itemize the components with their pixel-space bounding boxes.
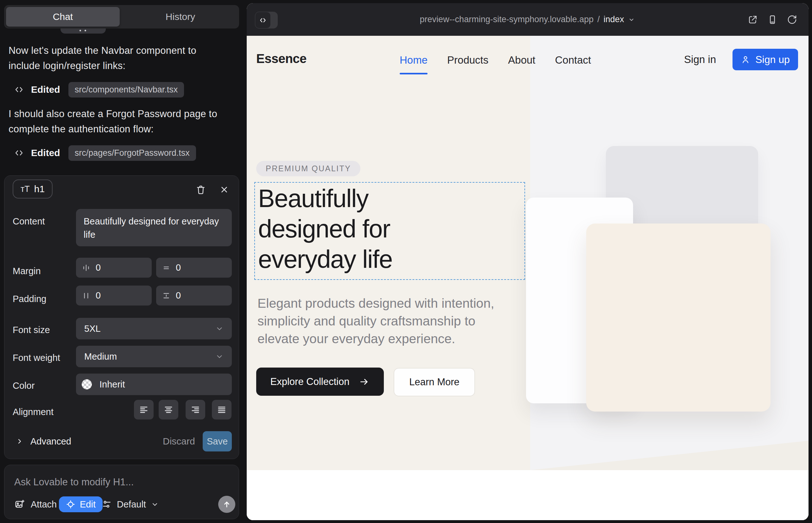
url-domain: preview--charming-site-symphony.lovable.…	[420, 15, 594, 24]
font-size-select[interactable]: 5XL	[76, 318, 232, 339]
nav-link-products[interactable]: Products	[447, 54, 488, 66]
arrow-up-icon	[222, 500, 231, 509]
ellipsis-icon	[80, 30, 81, 31]
nav-link-contact[interactable]: Contact	[555, 54, 591, 66]
padding-x-input[interactable]: 0	[76, 286, 152, 306]
composer-placeholder[interactable]: Ask Lovable to modify H1...	[14, 476, 134, 488]
color-label: Color	[13, 381, 35, 391]
close-editor-button[interactable]	[217, 183, 231, 197]
margin-y-input[interactable]: 0	[156, 258, 232, 278]
chevron-down-icon	[151, 501, 159, 508]
chevron-down-icon	[215, 353, 224, 361]
padding-horizontal-icon	[82, 291, 91, 300]
element-tag-label: h1	[34, 184, 45, 194]
margin-horizontal-icon	[82, 264, 91, 272]
tab-chat[interactable]: Chat	[6, 7, 120, 26]
next-section-background	[247, 470, 809, 520]
attach-label: Attach	[31, 499, 57, 510]
refresh-icon[interactable]	[787, 15, 797, 25]
sign-up-button[interactable]: Sign up	[732, 49, 798, 70]
chat-composer[interactable]: Ask Lovable to modify H1... Attach Edit	[4, 465, 239, 519]
align-center-button[interactable]	[159, 400, 178, 419]
padding-y-input[interactable]: 0	[156, 286, 232, 306]
assistant-message: Now let's update the Navbar component to…	[8, 43, 230, 73]
nav-link-home[interactable]: Home	[400, 54, 427, 66]
nav-link-about[interactable]: About	[508, 54, 535, 66]
font-size-label: Font size	[13, 325, 50, 335]
arrow-right-icon	[359, 376, 370, 387]
mobile-view-icon[interactable]	[767, 15, 777, 25]
auth-group: Sign in Sign up	[684, 49, 798, 70]
hero-title[interactable]: Beautifully designed for everyday life	[258, 183, 392, 274]
align-justify-icon	[217, 405, 226, 414]
color-value: Inherit	[100, 379, 125, 390]
sliders-icon	[102, 499, 112, 509]
learn-more-button[interactable]: Learn More	[394, 368, 475, 396]
target-icon	[66, 500, 75, 509]
file-chip[interactable]: src/components/Navbar.tsx	[68, 82, 184, 97]
edit-label: Edit	[80, 499, 96, 510]
font-weight-label: Font weight	[13, 353, 60, 363]
content-input[interactable]: Beautifully designed for everyday life	[76, 209, 232, 246]
margin-x-value: 0	[96, 263, 101, 273]
chevron-down-icon	[628, 16, 635, 23]
padding-vertical-icon	[162, 291, 171, 300]
mode-label: Default	[117, 499, 146, 510]
explore-collection-label: Explore Collection	[270, 376, 350, 387]
edit-mode-button[interactable]: Edit	[59, 497, 103, 512]
h1-selection-outline[interactable]: Beautifully designed for everyday life	[254, 182, 525, 280]
padding-label: Padding	[13, 294, 46, 304]
margin-x-input[interactable]: 0	[76, 258, 152, 278]
file-chip[interactable]: src/pages/ForgotPassword.tsx	[68, 145, 196, 161]
align-right-button[interactable]	[186, 400, 205, 419]
margin-label: Margin	[13, 266, 41, 276]
open-in-new-tab-icon[interactable]	[748, 15, 758, 25]
mode-selector[interactable]: Default	[102, 495, 159, 513]
composer-toolbar: Attach Edit Default	[4, 495, 240, 513]
preview-actions	[748, 3, 797, 36]
hero-title-line: everyday life	[258, 244, 392, 274]
preview-url-selector[interactable]: preview--charming-site-symphony.lovable.…	[247, 3, 809, 36]
align-left-icon	[139, 405, 148, 414]
decorative-card-cream	[586, 223, 771, 412]
transparent-swatch-icon	[82, 379, 92, 390]
site-logo[interactable]: Essence	[256, 52, 306, 66]
advanced-toggle[interactable]: Advanced	[16, 431, 71, 452]
code-icon	[14, 85, 24, 95]
font-size-value: 5XL	[84, 324, 101, 334]
content-label: Content	[13, 216, 45, 227]
code-icon	[14, 148, 24, 158]
user-icon	[741, 55, 750, 64]
color-select[interactable]: Inherit	[76, 374, 232, 395]
font-weight-select[interactable]: Medium	[76, 346, 232, 367]
save-button[interactable]: Save	[203, 431, 232, 451]
explore-collection-button[interactable]: Explore Collection	[256, 367, 384, 396]
hero-description: Elegant products designed with intention…	[258, 294, 514, 348]
hero-title-line: Beautifully	[258, 183, 392, 214]
preview-topbar: preview--charming-site-symphony.lovable.…	[247, 3, 809, 36]
sign-in-link[interactable]: Sign in	[684, 54, 716, 66]
element-editor-panel: тT h1 Content Beautifully designed for e…	[4, 175, 239, 459]
sign-up-label: Sign up	[755, 54, 790, 66]
delete-element-button[interactable]	[194, 183, 208, 197]
attach-button[interactable]: Attach	[14, 495, 57, 513]
edited-label: Edited	[31, 84, 60, 95]
tab-history[interactable]: History	[124, 7, 237, 26]
url-page: index	[604, 15, 624, 24]
site-canvas: Essence Home Products About Contact Sign…	[247, 36, 809, 520]
learn-more-label: Learn More	[409, 376, 460, 388]
align-left-button[interactable]	[134, 400, 154, 419]
site-nav: Home Products About Contact	[400, 54, 591, 66]
edited-file-row: Edited src/pages/ForgotPassword.tsx	[14, 145, 196, 161]
selected-element-tag: тT h1	[13, 180, 53, 198]
align-justify-button[interactable]	[212, 400, 231, 419]
chat-history-tabbar: Chat History	[4, 5, 239, 29]
chevron-right-icon	[16, 437, 23, 445]
close-icon	[219, 185, 229, 194]
edited-file-row: Edited src/components/Navbar.tsx	[14, 82, 184, 97]
send-button[interactable]	[218, 496, 235, 513]
type-icon: тT	[21, 184, 30, 194]
app-root: Chat History Now let's update the Navbar…	[0, 0, 812, 523]
discard-button[interactable]: Discard	[163, 431, 195, 452]
tab-history-label: History	[166, 12, 195, 22]
